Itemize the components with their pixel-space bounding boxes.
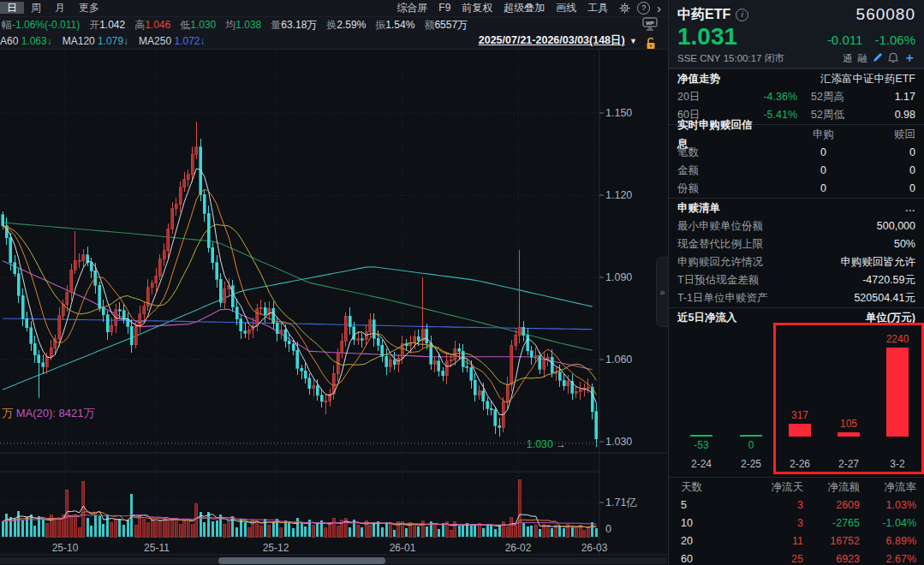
menu-item-F9[interactable]: F9 bbox=[438, 2, 450, 14]
row-value: 0 bbox=[741, 162, 826, 180]
ma-label: A60 bbox=[0, 35, 21, 47]
stat-label: 幅 bbox=[2, 19, 12, 31]
ma-label: MA250 bbox=[139, 35, 174, 47]
table-cell: 60 bbox=[669, 550, 729, 565]
list-row: 现金替代比例上限50% bbox=[669, 235, 924, 253]
ma-A60: A60 1.063↓ bbox=[0, 35, 52, 47]
menu-item-超级叠加[interactable]: 超级叠加 bbox=[504, 2, 545, 14]
month-tick-label: 26-03 bbox=[581, 542, 608, 554]
volume-ma20-value: MA(20): 8421万 bbox=[16, 407, 95, 419]
margin-badge-tong: 通 bbox=[843, 52, 853, 65]
date-range-selector[interactable]: 2025/07/21-2026/03/03(148日) ▼ bbox=[479, 33, 637, 48]
row-value: 0.98 bbox=[871, 106, 915, 124]
table-cell: 20 bbox=[669, 532, 729, 550]
row-label: 笔数 bbox=[677, 144, 741, 162]
exchange-label: SSE bbox=[677, 53, 697, 63]
row-value: -4.36% bbox=[720, 88, 797, 106]
ma-line-w18 bbox=[3, 224, 596, 384]
row-label: 金额 bbox=[677, 162, 741, 180]
quote-panel: 中药ETF i 560080 1.031 -0.011 -1.06% SSE C… bbox=[668, 0, 924, 565]
stat-value: 1.54% bbox=[385, 19, 414, 31]
realtime-rows: 笔数00金额00份额00 bbox=[669, 144, 924, 198]
stat-label: 振 bbox=[375, 19, 385, 31]
tab-更多[interactable]: 更多 bbox=[72, 2, 106, 14]
quote-header: 中药ETF i 560080 1.031 -0.011 -1.06% SSE C… bbox=[669, 0, 924, 68]
chart-svg: 1.030→1.1501.1201.0901.0601.0301.71亿025-… bbox=[0, 50, 668, 556]
flow-bar bbox=[838, 432, 860, 437]
section-title: 申赎清单 bbox=[677, 199, 720, 217]
month-tick-label: 25-12 bbox=[263, 542, 289, 554]
toolbar-period-row: 日周月更多 综合屏F9前复权超级叠加画线工具 ? › bbox=[0, 0, 668, 17]
volume-ma-label: 万 MA(20): 8421万 bbox=[2, 406, 94, 421]
scrollbar-thumb[interactable] bbox=[218, 557, 385, 564]
flow-value-label: 0 bbox=[725, 439, 777, 451]
candlestick-chart[interactable]: 1.030→1.1501.1201.0901.0601.0301.71亿025-… bbox=[0, 50, 668, 556]
table-cell: 11 bbox=[729, 532, 803, 550]
flow-bar-zero bbox=[740, 435, 762, 437]
help-icon[interactable]: ? bbox=[637, 2, 650, 15]
price-change: -0.011 -1.06% bbox=[819, 33, 915, 47]
dropdown-caret-icon: ▼ bbox=[629, 37, 637, 45]
currency-label: CNY bbox=[700, 53, 720, 63]
month-tick-label: 25-10 bbox=[52, 542, 79, 554]
row-value: 520504.41元 bbox=[796, 289, 915, 307]
table-cell: 3 bbox=[729, 497, 803, 514]
row-label: 52周低 bbox=[797, 106, 871, 124]
last-price-marker: 1.030 bbox=[527, 438, 553, 450]
wp-monitor-icon[interactable]: WP bbox=[641, 17, 659, 33]
table-cell: 2.67% bbox=[860, 550, 916, 565]
table-cell: 25 bbox=[729, 550, 803, 565]
stat-value: 1.042 bbox=[99, 19, 125, 31]
menu-item-前复权[interactable]: 前复权 bbox=[462, 2, 492, 14]
list-row: 申购赎回允许情况申购赎回皆允许 bbox=[669, 253, 924, 271]
menu-item-画线[interactable]: 画线 bbox=[556, 2, 576, 14]
symbol-code: 560080 bbox=[856, 5, 915, 24]
volume-zero-label: 0 bbox=[605, 523, 611, 535]
flow-category-label: 2-27 bbox=[823, 458, 874, 470]
change-percent: -1.06% bbox=[874, 33, 915, 47]
menu-item-工具[interactable]: 工具 bbox=[587, 2, 608, 14]
quote-stats: 幅-1.06%(-0.011)开1.042高1.046低1.030均1.038量… bbox=[0, 18, 477, 33]
panel-collapse-handle[interactable]: » bbox=[656, 257, 668, 327]
row-value: 申购赎回皆允许 bbox=[796, 253, 915, 271]
stat-value: 63.18万 bbox=[281, 19, 317, 31]
row-label: 最小申赎单位份额 bbox=[677, 217, 796, 235]
edit-icon[interactable] bbox=[873, 52, 883, 64]
alert-bell-icon[interactable] bbox=[888, 52, 898, 65]
flow-category-label: 2-25 bbox=[725, 458, 777, 470]
chart-scrollbar[interactable] bbox=[0, 557, 667, 564]
tab-周[interactable]: 周 bbox=[24, 2, 48, 14]
row-label: T-1日单位申赎资产 bbox=[677, 289, 796, 307]
tab-日[interactable]: 日 bbox=[0, 2, 24, 14]
table-cell: 5 bbox=[669, 497, 729, 514]
menu-item-综合屏[interactable]: 综合屏 bbox=[396, 2, 427, 14]
add-icon[interactable]: ＋ bbox=[903, 51, 915, 66]
ma-value: 1.063↓ bbox=[21, 35, 52, 47]
flow-category-label: 2-24 bbox=[676, 458, 727, 470]
price-tick-label: 1.120 bbox=[605, 189, 632, 201]
flow-bar bbox=[886, 348, 909, 437]
section-flow: 近5日净流入 单位(万元) bbox=[669, 307, 924, 327]
tab-月[interactable]: 月 bbox=[48, 2, 72, 14]
flow-value-label: 317 bbox=[774, 409, 826, 421]
flow-value-label: 105 bbox=[823, 418, 874, 430]
table-cell: 16752 bbox=[803, 532, 860, 550]
app-window: 日周月更多 综合屏F9前复权超级叠加画线工具 ? › 幅-1.06%(-0.01… bbox=[0, 0, 924, 565]
stat-value: 1.038 bbox=[235, 19, 261, 31]
row-value: 0 bbox=[741, 180, 826, 198]
column-header: 净流率 bbox=[860, 478, 916, 497]
stat-value: 1.030 bbox=[190, 19, 216, 31]
date-range-label: 2025/07/21-2026/03/03(148日) bbox=[479, 34, 625, 46]
gear-icon[interactable] bbox=[619, 3, 630, 14]
last-price-arrow-icon: → bbox=[556, 438, 566, 450]
stat-量: 量63.18万 bbox=[271, 18, 317, 33]
info-icon[interactable]: i bbox=[736, 9, 748, 21]
chevron-right-icon[interactable]: › bbox=[657, 2, 661, 15]
ma-line-w10 bbox=[3, 189, 596, 402]
table-cell: 6.89% bbox=[860, 532, 916, 550]
price-tick-label: 1.150 bbox=[605, 107, 632, 119]
ma-label: MA120 bbox=[63, 35, 98, 47]
flow-bar-chart: -532-2402-253172-261052-2722403-2 bbox=[669, 327, 924, 477]
more-ellipsis[interactable]: … bbox=[905, 199, 916, 217]
ma-value: 1.079↓ bbox=[98, 35, 128, 47]
